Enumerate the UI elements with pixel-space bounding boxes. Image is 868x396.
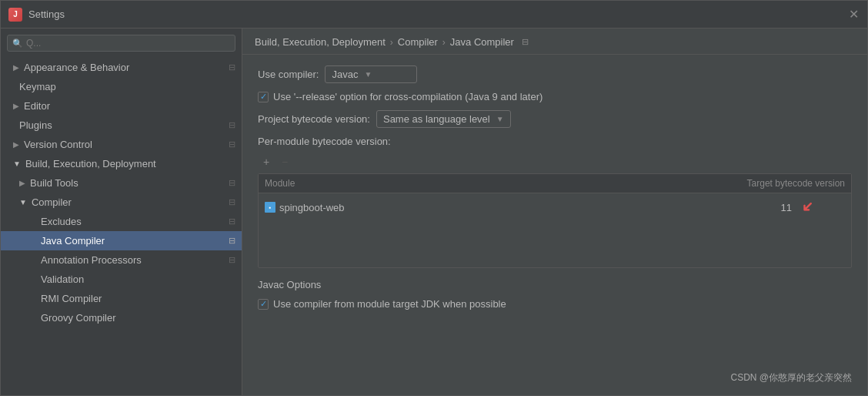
sidebar-item-editor[interactable]: ▶ Editor — [1, 96, 242, 116]
javac-options-title: Javac Options — [258, 279, 852, 290]
sidebar-item-label: Build, Execution, Deployment — [25, 158, 156, 169]
search-box[interactable]: 🔍 — [7, 35, 235, 52]
sidebar-item-label: Version Control — [24, 139, 92, 150]
settings-window: J Settings ✕ 🔍 ▶ Appearance & Behavior ⊟ — [0, 0, 868, 396]
dropdown-arrow-icon: ▼ — [364, 70, 372, 79]
window-title: Settings — [28, 8, 847, 20]
breadcrumb-part-3: Java Compiler — [450, 36, 514, 48]
settings-icon: ⊟ — [229, 120, 235, 130]
sidebar-item-label: Editor — [24, 100, 50, 112]
expand-icon: ▼ — [13, 159, 21, 168]
dropdown-arrow-icon: ▼ — [496, 115, 504, 123]
use-compiler-label: Use compiler: — [258, 69, 319, 80]
expand-icon: ▶ — [13, 63, 19, 72]
watermark: CSDN @你憨厚的老父亲突然 — [730, 371, 852, 384]
sidebar-item-annotation-processors[interactable]: Annotation Processors ⊟ — [1, 250, 242, 270]
sidebar-item-label: Java Compiler — [41, 235, 105, 247]
settings-icon: ⊟ — [229, 139, 235, 149]
main-content: 🔍 ▶ Appearance & Behavior ⊟ Keymap — [1, 29, 867, 395]
settings-icon: ⊟ — [229, 236, 235, 246]
expand-icon: ▶ — [13, 140, 19, 149]
bytecode-version-label: Project bytecode version: — [258, 113, 370, 125]
use-compiler-row: Use compiler: Javac ▼ — [258, 65, 852, 83]
sidebar-item-label: Appearance & Behavior — [24, 62, 129, 73]
sidebar-item-label: Plugins — [19, 119, 52, 131]
compiler-dropdown[interactable]: Javac ▼ — [325, 65, 417, 83]
sidebar-item-build-tools[interactable]: ▶ Build Tools ⊟ — [1, 173, 242, 193]
module-icon: ▪ — [265, 202, 275, 213]
sidebar: 🔍 ▶ Appearance & Behavior ⊟ Keymap — [1, 29, 242, 395]
per-module-label: Per-module bytecode version: — [258, 136, 852, 147]
use-compiler-module-label: Use compiler from module target JDK when… — [273, 298, 506, 310]
remove-button[interactable]: − — [276, 153, 293, 170]
search-icon: 🔍 — [12, 39, 23, 49]
breadcrumb: Build, Execution, Deployment › Compiler … — [242, 29, 867, 55]
titlebar: J Settings ✕ — [1, 1, 867, 29]
col-target-header: Target bytecode version — [706, 178, 845, 189]
sidebar-item-excludes[interactable]: Excludes ⊟ — [1, 212, 242, 231]
app-icon: J — [8, 8, 22, 22]
right-panel: Build, Execution, Deployment › Compiler … — [242, 29, 867, 395]
breadcrumb-part-1: Build, Execution, Deployment — [255, 36, 386, 48]
release-checkbox[interactable]: ✓ — [258, 92, 269, 102]
release-option-label: Use '--release' option for cross-compila… — [273, 91, 542, 102]
panel-body: Use compiler: Javac ▼ ✓ Use '--release' … — [242, 55, 867, 395]
breadcrumb-sep-1: › — [390, 37, 393, 48]
sidebar-item-compiler[interactable]: ▼ Compiler ⊟ — [1, 193, 242, 212]
sidebar-item-validation[interactable]: Validation — [1, 270, 242, 289]
table-toolbar: + − — [258, 153, 852, 170]
bytecode-version-row: Project bytecode version: Same as langua… — [258, 110, 852, 128]
module-cell: ▪ spingboot-web — [265, 202, 706, 213]
settings-icon: ⊟ — [229, 255, 235, 265]
use-compiler-checkbox-row: ✓ Use compiler from module target JDK wh… — [258, 298, 852, 310]
expand-icon: ▶ — [13, 102, 19, 110]
table-header: Module Target bytecode version — [259, 174, 851, 193]
search-input[interactable] — [26, 38, 230, 49]
sidebar-item-label: Groovy Compiler — [41, 312, 116, 324]
bytecode-version-dropdown[interactable]: Same as language level ▼ — [376, 110, 511, 128]
col-module-header: Module — [265, 178, 706, 189]
module-table: Module Target bytecode version ▪ spingbo… — [258, 173, 852, 268]
sidebar-item-appearance[interactable]: ▶ Appearance & Behavior ⊟ — [1, 58, 242, 77]
use-compiler-checkbox[interactable]: ✓ — [258, 299, 269, 310]
sidebar-item-plugins[interactable]: Plugins ⊟ — [1, 116, 242, 135]
sidebar-item-label: Validation — [41, 274, 84, 285]
table-row[interactable]: ▪ spingboot-web 11 ➜ — [259, 193, 851, 221]
module-name: spingboot-web — [279, 202, 345, 213]
table-empty-area — [259, 221, 851, 267]
sidebar-item-rmi-compiler[interactable]: RMI Compiler — [1, 289, 242, 308]
sidebar-item-label: RMI Compiler — [41, 293, 102, 304]
target-version-cell: 11 ➜ — [706, 198, 845, 216]
compiler-value: Javac — [332, 69, 358, 80]
target-version-value: 11 — [781, 202, 792, 213]
breadcrumb-part-2: Compiler — [398, 36, 438, 48]
sidebar-item-version-control[interactable]: ▶ Version Control ⊟ — [1, 135, 242, 154]
sidebar-item-label: Excludes — [41, 216, 82, 227]
breadcrumb-sep-2: › — [442, 37, 446, 48]
sidebar-item-java-compiler[interactable]: Java Compiler ⊟ — [1, 231, 242, 250]
sidebar-item-keymap[interactable]: Keymap — [1, 77, 242, 96]
sidebar-item-label: Build Tools — [30, 177, 78, 189]
add-button[interactable]: + — [258, 153, 275, 170]
settings-icon: ⊟ — [229, 62, 235, 72]
arrow-annotation: ➜ — [796, 196, 819, 219]
sidebar-item-label: Annotation Processors — [41, 254, 142, 266]
settings-icon: ⊟ — [229, 197, 235, 207]
sidebar-item-label: Compiler — [32, 196, 72, 208]
sidebar-item-label: Keymap — [19, 81, 56, 92]
close-button[interactable]: ✕ — [847, 8, 860, 21]
sidebar-item-groovy-compiler[interactable]: Groovy Compiler — [1, 308, 242, 327]
settings-icon: ⊟ — [229, 216, 235, 227]
breadcrumb-icon: ⊟ — [522, 37, 529, 47]
release-option-row: ✓ Use '--release' option for cross-compi… — [258, 91, 852, 102]
expand-icon: ▼ — [19, 198, 27, 206]
sidebar-item-build-execution[interactable]: ▼ Build, Execution, Deployment — [1, 154, 242, 173]
settings-icon: ⊟ — [229, 178, 235, 188]
expand-icon: ▶ — [19, 179, 25, 187]
bytecode-version-value: Same as language level — [383, 113, 490, 125]
